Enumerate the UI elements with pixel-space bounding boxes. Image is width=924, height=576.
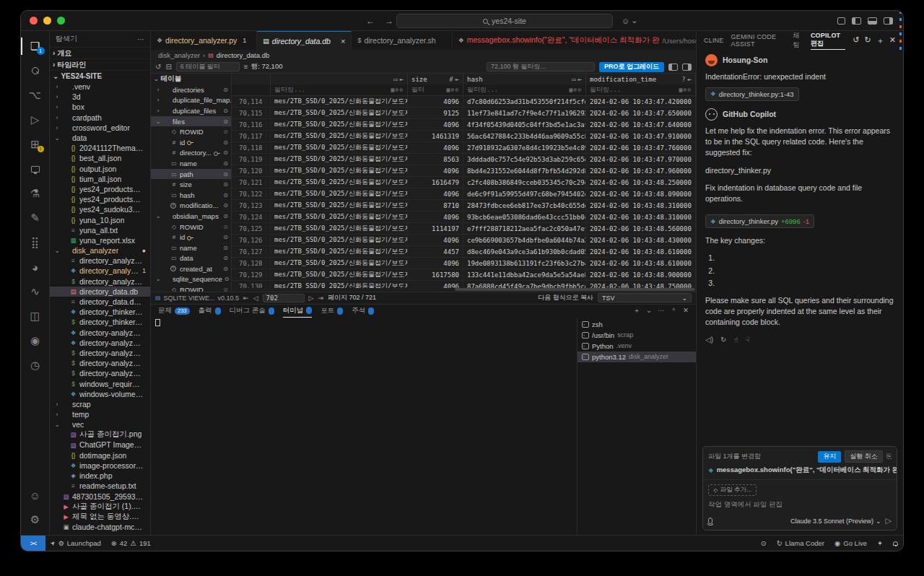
breadcrumb-file[interactable]: directory_data.db	[217, 51, 269, 59]
model-picker[interactable]: Claude 3.5 Sonnet (Preview)⌄	[790, 518, 881, 525]
table-row[interactable]: 70,116 mes/2TB_SSD/0_2025/신화동물접기/보도자료/리소…	[232, 119, 696, 131]
file-tree-item[interactable]: ❖ directory-analyzer (2).py	[50, 328, 150, 338]
time-cell[interactable]: 2024-02-06 10:43:48.310000	[586, 211, 696, 222]
table-row[interactable]: 70,126 mes/2TB_SSD/0_2025/신화동물접기/보도자료/리소…	[232, 235, 696, 246]
file-tree-item[interactable]: {} yes24_products_updated.json	[50, 194, 150, 204]
file-tree-item[interactable]: ▨ 487301505_2959308923360...	[50, 492, 150, 502]
file-tree-item[interactable]: {} 20241112Thema_v1.6_ko.json	[50, 143, 150, 153]
panel-tab[interactable]: 터미널	[283, 305, 313, 318]
size-cell[interactable]: 1617580	[408, 269, 463, 280]
time-cell[interactable]: 2024-02-06 10:43:48.900000	[586, 269, 696, 280]
table-row[interactable]: 70,123 mes/2TB_SSD/0_2025/신화동물접기/보도자료/리소…	[232, 200, 696, 211]
table-row[interactable]: 70,124 mes/2TB_SSD/0_2025/신화동물접기/보도자료/리소…	[232, 211, 696, 223]
live-server-icon[interactable]: ◉	[21, 328, 50, 353]
path-cell[interactable]: mes/2TB_SSD/0_2025/신화동물접기/보도자료/리소...	[271, 108, 408, 118]
file-tree-item[interactable]: ⌄ disk_analyzer ●	[50, 245, 150, 256]
visibility-icon[interactable]	[223, 266, 228, 272]
table-filter-input[interactable]: 6 테이블 필터	[176, 62, 240, 71]
file-tree-item[interactable]: › cardpath	[50, 113, 150, 123]
path-cell[interactable]: mes/2TB_SSD/0_2025/신화동물접기/보도자료/리소...	[271, 142, 408, 153]
time-cell[interactable]: 2024-02-06 10:43:48.310000	[586, 200, 696, 211]
visibility-icon[interactable]	[223, 245, 228, 251]
changed-file-entry[interactable]: ❖ messagebox.showinfo("완료", "데이터베이스 최적화가…	[703, 464, 897, 480]
traffic-lights[interactable]	[30, 17, 65, 25]
schema-node[interactable]: ▭ name	[151, 243, 231, 253]
first-page-icon[interactable]: ⇤	[243, 294, 249, 302]
visibility-icon[interactable]	[223, 171, 228, 178]
schema-node[interactable]: ⌄ files	[151, 116, 231, 127]
go-live-item[interactable]: ◉Go Live	[829, 536, 872, 551]
file-tree-item[interactable]: ▦ yuna_report.xlsx	[50, 235, 150, 245]
schema-node[interactable]: ? modificatio...	[151, 201, 231, 211]
time-cell[interactable]: 2024-02-06 10:43:47.960000	[586, 165, 696, 176]
add-files-button[interactable]: ⊂파일 추가...	[708, 484, 757, 496]
terminal-session[interactable]: › /usr/bin scrap	[578, 330, 696, 341]
time-cell[interactable]: 2024-02-06 10:43:48.610000	[586, 258, 696, 269]
hash-cell[interactable]: c2fc408b386849cceb035345c70c29c3	[463, 177, 586, 188]
path-cell[interactable]: mes/2TB_SSD/0_2025/신화동물접기/보도자료/리소...	[271, 165, 408, 176]
time-cell[interactable]: 2024-02-06 10:43:48.610000	[586, 246, 696, 257]
settings-gear-icon[interactable]: ⚙	[21, 507, 50, 532]
table-row[interactable]: 70,119 mes/2TB_SSD/0_2025/신화동물접기/보도자료/리소…	[232, 154, 696, 165]
toggle-panel-icon[interactable]	[868, 17, 877, 25]
hash-cell[interactable]: e7fff288718212aea5fac2c050a47ef0	[463, 223, 586, 234]
panel-tab[interactable]: 디버그 콘솔	[230, 305, 274, 318]
duplicate-icon[interactable]: ⊟	[165, 63, 171, 71]
redo-icon[interactable]: ↻	[865, 35, 871, 46]
path-cell[interactable]: mes/2TB_SSD/0_2025/신화동물접기/보도자료/리소...	[271, 96, 408, 107]
hash-cell[interactable]: ce9b669003657b4dbfbe0a6044b74a28	[463, 235, 586, 245]
visibility-icon[interactable]	[223, 139, 228, 146]
schema-node[interactable]: # size	[151, 179, 231, 190]
chat-input[interactable]: 작업 영역에서 파일 편집	[703, 497, 897, 515]
table-row[interactable]: 70,115 mes/2TB_SSD/0_2025/신화동물접기/보도자료/리소…	[232, 108, 696, 119]
hash-cell[interactable]: d7c80d66253ad31b453550f214f5cfd2	[463, 96, 586, 107]
mic-icon[interactable]	[708, 518, 712, 524]
minimize-window-button[interactable]	[43, 17, 51, 25]
editor-tab[interactable]: ▤ directory_data.db ×	[257, 31, 352, 50]
time-cell[interactable]: 2024-02-06 10:43:47.910000	[586, 131, 696, 141]
file-tree-item[interactable]: $ directory-analyzer-usage.sh	[50, 368, 150, 378]
panel-tab[interactable]: 문제 233	[158, 305, 190, 318]
secondary-tab[interactable]: 채팅	[793, 31, 803, 50]
panel-maximize-icon[interactable]: ＾	[671, 306, 678, 315]
last-page-icon[interactable]: ⇥	[318, 294, 324, 302]
table-row[interactable]: 70,120 mes/2TB_SSD/0_2025/신화동물접기/보도자료/리소…	[232, 165, 696, 177]
size-cell[interactable]: 4096	[408, 211, 463, 222]
size-cell[interactable]: 4096	[408, 165, 463, 176]
run-debug-icon[interactable]: ▷	[21, 108, 50, 132]
timer-icon[interactable]: ◷	[21, 353, 50, 378]
visibility-icon[interactable]	[225, 276, 230, 282]
size-cell[interactable]: 1461319	[408, 131, 463, 141]
grid-extension-icon[interactable]: ⣿	[21, 230, 50, 255]
schema-node[interactable]: ▭ path	[151, 169, 231, 180]
table-row[interactable]: 70,127 mes/2TB_SSD/0_2025/신화동물접기/보도자료/리소…	[232, 246, 696, 258]
visibility-icon[interactable]	[223, 234, 228, 240]
hash-cell[interactable]: 3dddad0c757c54e92b53d3ab259c65e9	[463, 154, 586, 165]
file-tree-item[interactable]: $ directory_analyzer.sh	[50, 276, 150, 287]
schema-node[interactable]: # id	[151, 137, 231, 148]
file-tree-item[interactable]: {} best_all.json	[50, 153, 150, 163]
refresh-icon[interactable]: ↺	[155, 63, 161, 71]
file-tree-item[interactable]: ≡ yuna_all.txt	[50, 225, 150, 235]
size-cell[interactable]: 8563	[408, 154, 463, 165]
file-tree-item[interactable]: {} dotimage.json	[50, 450, 150, 461]
size-cell[interactable]: 1114197	[408, 223, 463, 234]
time-cell[interactable]: 2024-02-06 10:43:47.650000	[586, 108, 696, 118]
launchpad-item[interactable]: ➤ ⚙ Launchpad	[45, 536, 106, 551]
panel-tab[interactable]: 주석	[352, 305, 374, 318]
terminal-output[interactable]	[151, 318, 577, 536]
visibility-icon[interactable]	[223, 224, 228, 230]
keep-button[interactable]: 유지	[818, 451, 841, 463]
size-filter-input[interactable]: 필터▦⊘⊙	[408, 84, 463, 95]
chat-history[interactable]: Hosung-Son IndentationError: unexpected …	[697, 50, 903, 446]
copy-format-select[interactable]: TSV⌄	[598, 293, 692, 302]
schema-node[interactable]: ? created_at	[151, 263, 231, 274]
file-tree-item[interactable]: › crossword_editor	[50, 123, 150, 133]
viewer-layout-left-icon[interactable]	[668, 64, 678, 71]
thumbs-down-icon[interactable]: ☟	[746, 335, 750, 346]
path-cell[interactable]: mes/2TB_SSD/0_2025/신화동물접기/보도자료/리소...	[271, 154, 408, 165]
copilot-status-icon[interactable]: ⊙	[756, 536, 772, 551]
table-row[interactable]: 70,118 mes/2TB_SSD/0_2025/신화동물접기/보도자료/리소…	[232, 142, 696, 154]
speaker-icon[interactable]: ◁)	[705, 335, 713, 346]
file-tree-item[interactable]: ◈ index.php	[50, 471, 150, 481]
